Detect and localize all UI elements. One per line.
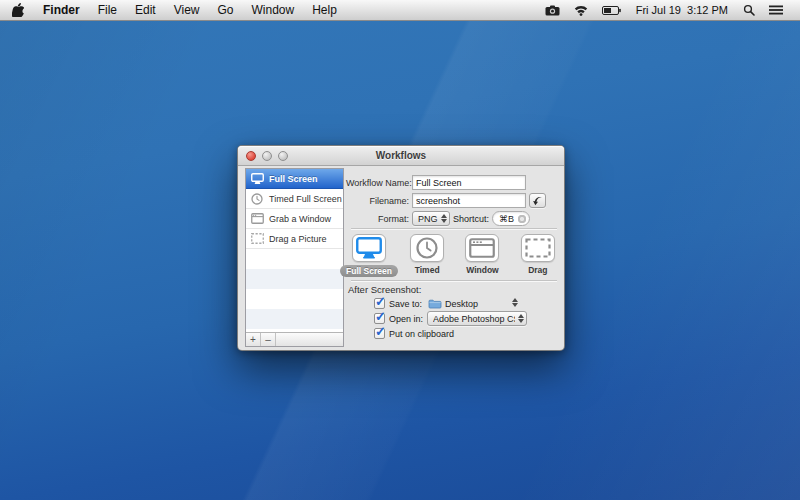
workflow-name-input[interactable] — [412, 175, 526, 190]
window-icon — [469, 238, 495, 258]
clock-icon — [250, 193, 264, 205]
spotlight-icon[interactable] — [736, 0, 762, 20]
open-in-label: Open in: — [389, 314, 423, 324]
sidebar-item-full-screen[interactable]: Full Screen — [246, 169, 343, 189]
separator — [351, 228, 557, 230]
menu-item-file[interactable]: File — [89, 0, 126, 20]
open-in-checkbox[interactable]: ✓ — [374, 313, 385, 324]
menu-bar: Finder File Edit View Go Window Help Fri… — [0, 0, 800, 21]
shortcut-value: ⌘B — [499, 214, 514, 224]
window-titlebar[interactable]: Workflows — [238, 146, 564, 166]
menu-bar-clock[interactable]: Fri Jul 19 3:12 PM — [628, 4, 736, 16]
checkmark-icon: ✓ — [375, 309, 386, 324]
stepper-arrows-icon — [441, 214, 447, 223]
wifi-icon[interactable] — [567, 0, 595, 20]
sidebar-item-drag-a-picture[interactable]: Drag a Picture — [246, 229, 343, 249]
menu-item-go[interactable]: Go — [209, 0, 243, 20]
menu-item-finder[interactable]: Finder — [34, 0, 89, 20]
filename-input[interactable] — [412, 193, 526, 208]
window-icon — [250, 213, 264, 225]
clock-icon — [416, 237, 438, 259]
menu-item-view[interactable]: View — [165, 0, 209, 20]
filename-token-button[interactable] — [529, 193, 546, 208]
checkmark-icon: ✓ — [375, 294, 386, 309]
mode-label: Timed — [415, 265, 440, 275]
display-icon — [356, 237, 382, 259]
sidebar-item-label: Full Screen — [264, 174, 318, 184]
format-shortcut-row: Format: PNG Shortcut: ⌘B — [346, 211, 530, 226]
format-label: Format: — [346, 214, 412, 224]
clipboard-checkbox[interactable]: ✓ — [374, 328, 385, 339]
clipboard-label: Put on clipboard — [389, 329, 454, 339]
mode-label: Full Screen — [340, 265, 398, 277]
mode-timed-button[interactable] — [410, 234, 444, 262]
drag-selection-icon — [250, 233, 264, 245]
workflow-name-row: Workflow Name: — [346, 175, 526, 190]
workflow-name-label: Workflow Name: — [346, 178, 412, 188]
shortcut-clear-icon[interactable] — [518, 215, 526, 223]
apple-icon — [12, 3, 24, 17]
remove-workflow-button[interactable]: – — [261, 333, 276, 346]
open-in-value: Adobe Photoshop CS5 — [433, 314, 515, 324]
mode-full-screen-button[interactable] — [352, 234, 386, 262]
stepper-arrows-icon — [518, 314, 524, 323]
save-to-stepper-icon[interactable] — [512, 298, 518, 307]
menu-item-help[interactable]: Help — [303, 0, 346, 20]
menu-bar-status: Fri Jul 19 3:12 PM — [538, 0, 800, 20]
mode-full-screen[interactable]: Full Screen — [346, 234, 392, 277]
shortcut-field[interactable]: ⌘B — [492, 211, 530, 226]
token-action-icon — [532, 196, 543, 206]
display-icon — [250, 173, 264, 185]
mode-timed[interactable]: Timed — [407, 234, 447, 277]
workflow-list: Full Screen Timed Full Screen Grab a Win… — [246, 169, 343, 332]
apple-menu[interactable] — [0, 0, 34, 20]
window-title: Workflows — [238, 150, 564, 161]
separator — [351, 280, 557, 282]
save-to-value[interactable]: Desktop — [445, 299, 478, 309]
open-in-row: ✓ Open in: Adobe Photoshop CS5 — [374, 312, 527, 325]
mode-drag[interactable]: Drag — [518, 234, 558, 277]
camera-icon[interactable] — [538, 0, 567, 20]
folder-icon — [428, 298, 442, 309]
workflow-sidebar: Full Screen Timed Full Screen Grab a Win… — [245, 168, 344, 347]
mode-label: Window — [466, 265, 499, 275]
sidebar-item-timed-full-screen[interactable]: Timed Full Screen — [246, 189, 343, 209]
open-in-popup[interactable]: Adobe Photoshop CS5 — [427, 311, 527, 326]
sidebar-item-label: Drag a Picture — [264, 234, 327, 244]
save-to-checkbox[interactable]: ✓ — [374, 298, 385, 309]
capture-mode-buttons: Full Screen Timed Window — [346, 234, 558, 277]
workflow-detail-panel: Workflow Name: Filename: Format: PNG Sho… — [346, 168, 558, 347]
sidebar-item-label: Timed Full Screen — [264, 194, 342, 204]
format-value: PNG — [418, 214, 438, 224]
mode-window-button[interactable] — [465, 234, 499, 262]
save-to-row: ✓ Save to: Desktop — [374, 297, 478, 310]
sidebar-toolbar: + – — [246, 332, 343, 346]
menu-item-edit[interactable]: Edit — [126, 0, 165, 20]
sidebar-item-label: Grab a Window — [264, 214, 331, 224]
menu-bar-left: Finder File Edit View Go Window Help — [0, 0, 346, 20]
mode-window[interactable]: Window — [462, 234, 502, 277]
add-workflow-button[interactable]: + — [246, 333, 261, 346]
mode-drag-button[interactable] — [521, 234, 555, 262]
battery-icon[interactable] — [595, 0, 628, 20]
drag-selection-icon — [525, 238, 551, 258]
menu-item-window[interactable]: Window — [243, 0, 304, 20]
format-popup[interactable]: PNG — [412, 211, 450, 226]
shortcut-label: Shortcut: — [450, 214, 492, 224]
filename-label: Filename: — [346, 196, 412, 206]
mode-label: Drag — [528, 265, 547, 275]
notification-list-icon[interactable] — [762, 0, 790, 20]
checkmark-icon: ✓ — [375, 324, 386, 339]
sidebar-item-grab-a-window[interactable]: Grab a Window — [246, 209, 343, 229]
save-to-label: Save to: — [389, 299, 422, 309]
filename-row: Filename: — [346, 193, 546, 208]
workflows-window: Workflows Full Screen Timed Full Screen — [237, 145, 565, 351]
clipboard-row: ✓ Put on clipboard — [374, 327, 454, 340]
